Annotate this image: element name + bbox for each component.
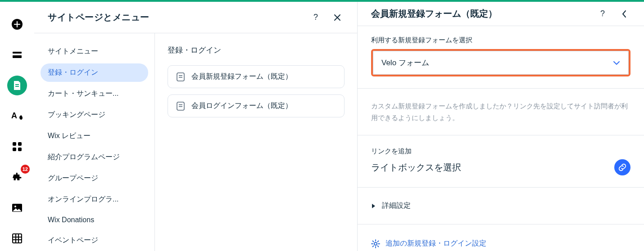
left-icon-rail: A 12 bbox=[0, 2, 34, 251]
sidebar-item-events[interactable]: イベントページ bbox=[41, 231, 148, 250]
help-icon: ? bbox=[600, 9, 605, 18]
page-row-login-form[interactable]: 会員ログインフォーム（既定） bbox=[168, 94, 345, 117]
pages-panel-header: サイトページとメニュー ? bbox=[34, 2, 357, 33]
rail-apps-button[interactable] bbox=[7, 137, 27, 157]
help-button[interactable]: ? bbox=[596, 8, 609, 20]
svg-rect-18 bbox=[179, 106, 182, 107]
layers-icon bbox=[12, 51, 23, 59]
rail-add-button[interactable] bbox=[7, 14, 27, 34]
settings-panel-header: 会員新規登録フォーム（既定） ? bbox=[358, 2, 644, 26]
additional-settings-link[interactable]: 追加の新規登録・ログイン設定 bbox=[371, 236, 630, 251]
settings-panel: 会員新規登録フォーム（既定） ? 利用する新規登録フォームを選択 Velo フォ… bbox=[358, 2, 644, 251]
page-row-label: 会員新規登録フォーム（既定） bbox=[191, 72, 292, 81]
link-icon bbox=[618, 163, 626, 171]
svg-point-19 bbox=[374, 242, 377, 245]
pages-panel: サイトページとメニュー ? サイトメニュー 登録・ログイン カート・サンキュー.… bbox=[34, 2, 358, 251]
svg-rect-7 bbox=[18, 142, 22, 146]
plus-circle-icon bbox=[11, 18, 23, 30]
advanced-settings-accordion[interactable]: 詳細設定 bbox=[371, 199, 630, 212]
form-select-label: 利用する新規登録フォームを選択 bbox=[371, 36, 630, 45]
sidebar-item-cart-thankyou[interactable]: カート・サンキュー... bbox=[41, 85, 148, 103]
triangle-right-icon bbox=[371, 203, 376, 209]
sidebar-item-groups[interactable]: グループページ bbox=[41, 169, 148, 188]
puzzle-icon bbox=[12, 172, 23, 183]
sidebar-item-referral[interactable]: 紹介プログラムページ bbox=[41, 148, 148, 166]
pages-panel-title: サイトページとメニュー bbox=[48, 11, 150, 23]
form-icon bbox=[176, 102, 185, 111]
chevron-left-icon bbox=[621, 10, 627, 18]
svg-rect-8 bbox=[13, 148, 16, 151]
svg-rect-3 bbox=[15, 84, 19, 85]
additional-settings-label: 追加の新規登録・ログイン設定 bbox=[385, 239, 486, 248]
svg-rect-12 bbox=[13, 234, 22, 243]
svg-rect-1 bbox=[13, 52, 22, 54]
page-list-heading: 登録・ログイン bbox=[168, 45, 345, 55]
divider bbox=[358, 135, 644, 135]
link-sub-label: リンクを追加 bbox=[371, 147, 630, 156]
page-row-signup-form[interactable]: 会員新規登録フォーム（既定） bbox=[168, 65, 345, 88]
svg-rect-17 bbox=[179, 104, 182, 105]
sidebar-item-online-programs[interactable]: オンラインプログラ... bbox=[41, 190, 148, 209]
link-edit-button[interactable] bbox=[614, 159, 630, 175]
sidebar-item-donations[interactable]: Wix Donations bbox=[41, 211, 148, 229]
divider bbox=[358, 187, 644, 188]
link-block: リンクを追加 ライトボックスを選択 bbox=[371, 147, 630, 175]
svg-point-11 bbox=[14, 206, 16, 207]
sidebar-item-signup-login[interactable]: 登録・ログイン bbox=[41, 63, 148, 82]
rail-media-button[interactable] bbox=[7, 198, 27, 218]
page-icon bbox=[12, 80, 22, 91]
svg-rect-4 bbox=[15, 86, 19, 87]
custom-form-hint: カスタム新規登録フォームを作成しましたか？リンク先を設定してサイト訪問者が利用で… bbox=[371, 100, 630, 123]
link-main-label: ライトボックスを選択 bbox=[371, 161, 461, 174]
settings-panel-title: 会員新規登録フォーム（既定） bbox=[371, 8, 497, 20]
image-icon bbox=[12, 203, 23, 212]
svg-rect-2 bbox=[13, 55, 22, 58]
rail-data-button[interactable] bbox=[7, 229, 27, 248]
svg-rect-6 bbox=[13, 142, 16, 146]
divider bbox=[358, 88, 644, 89]
svg-text:A: A bbox=[11, 111, 17, 120]
sidebar-item-booking[interactable]: ブッキングページ bbox=[41, 106, 148, 124]
close-button[interactable] bbox=[331, 11, 344, 24]
form-select[interactable]: Velo フォーム bbox=[373, 51, 629, 75]
form-select-highlight: Velo フォーム bbox=[371, 49, 630, 76]
rail-theme-button[interactable]: A bbox=[7, 106, 27, 126]
help-button[interactable]: ? bbox=[309, 11, 322, 24]
rail-layers-button[interactable] bbox=[7, 45, 27, 65]
divider bbox=[358, 224, 644, 224]
gear-icon bbox=[371, 239, 380, 248]
svg-rect-14 bbox=[179, 75, 182, 76]
page-row-label: 会員ログインフォーム（既定） bbox=[191, 101, 292, 111]
rail-plugins-badge: 12 bbox=[21, 165, 30, 174]
apps-icon bbox=[12, 142, 22, 152]
sidebar-item-site-menu[interactable]: サイトメニュー bbox=[41, 42, 148, 61]
form-icon bbox=[176, 72, 185, 81]
theme-icon: A bbox=[11, 111, 23, 121]
back-button[interactable] bbox=[618, 8, 630, 20]
rail-plugins-button[interactable]: 12 bbox=[7, 167, 27, 187]
page-list-content: 登録・ログイン 会員新規登録フォーム（既定） 会員ログインフォーム（既定） bbox=[155, 33, 357, 251]
form-select-value: Velo フォーム bbox=[381, 58, 429, 68]
chevron-down-icon bbox=[613, 58, 620, 67]
close-icon bbox=[334, 14, 341, 21]
help-icon: ? bbox=[313, 13, 318, 22]
grid-icon bbox=[12, 233, 22, 243]
rail-pages-button[interactable] bbox=[7, 76, 27, 95]
accordion-label: 詳細設定 bbox=[382, 201, 411, 211]
page-category-sidebar: サイトメニュー 登録・ログイン カート・サンキュー... ブッキングページ Wi… bbox=[34, 33, 155, 251]
svg-rect-9 bbox=[18, 148, 22, 151]
svg-rect-15 bbox=[179, 77, 182, 78]
sidebar-item-reviews[interactable]: Wix レビュー bbox=[41, 127, 148, 145]
